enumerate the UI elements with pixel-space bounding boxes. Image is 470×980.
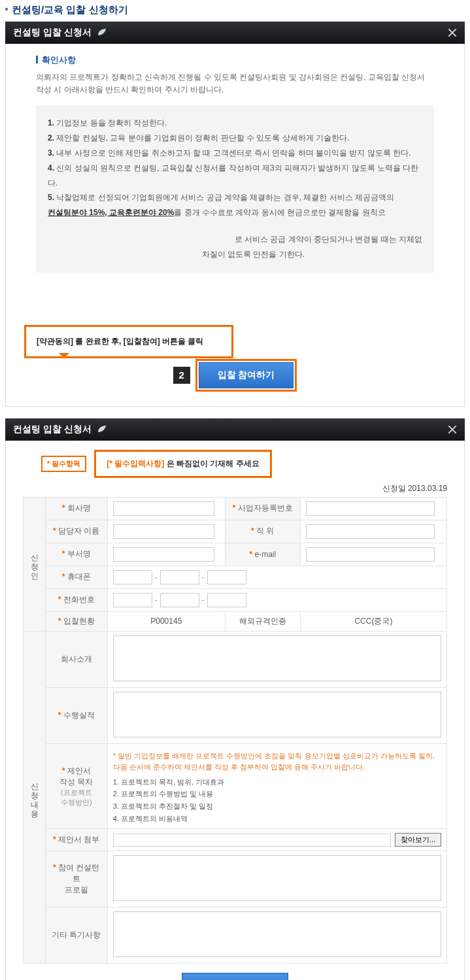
file-path-display <box>113 834 391 847</box>
callout-mid: 를 완료한 후, <box>73 337 124 346</box>
modal-title: 컨설팅 입찰 신청서 <box>13 27 92 37</box>
label-company: 회사명 <box>45 497 107 520</box>
intro-text: 의뢰자의 프로젝트가 정확하고 신속하게 진행될 수 있도록 컨설팅사회원 및 … <box>36 71 434 96</box>
req-callout-text: 은 빠짐없이 기재해 주세요 <box>164 459 259 468</box>
modal2-body: * 필수항목 [* 필수입력사항] 은 빠짐없이 기재해 주세요 신청일 201… <box>5 441 465 980</box>
rule-2: 2. 제안할 컨설팅, 교육 분야를 기업회원이 정확히 판단할 수 있도록 상… <box>48 131 422 146</box>
rule-fee: 컨설팅분야 15%, 교육훈련분야 20%를 중개 수수료로 계약과 동시에 현… <box>48 205 422 220</box>
fee-underline: 컨설팅분야 15%, 교육훈련분야 20% <box>48 208 174 217</box>
application-form-table: 신청인 회사명 사업자등록번호 담당자 이름 직 위 부서명 e-mail 휴대… <box>23 497 447 964</box>
input-manager[interactable] <box>113 524 214 539</box>
callout-bold-2: [입찰참여] <box>124 337 160 346</box>
modal-consulting-bid-confirm: 컨설팅 입찰 신청서 확인사항 의뢰자의 프로젝트가 정확하고 신속하게 진행될… <box>5 22 465 407</box>
callout-after: 버튼을 클릭 <box>160 337 204 346</box>
proposal-orange-note: * 일반 기업정보를 배제한 프로젝트 수행방안에 초점을 맞춰 응모기업별 상… <box>113 748 441 776</box>
input-position[interactable] <box>306 524 435 539</box>
badge-2: 2 <box>173 367 190 384</box>
label-etc: 기타 특기사항 <box>45 907 107 964</box>
side-content: 신청내용 <box>24 631 46 964</box>
participate-button[interactable]: 입찰 참여하기 <box>199 362 294 388</box>
label-manager: 담당자 이름 <box>45 520 107 543</box>
rule-1-text: 기업정보 등을 정확히 작성한다. <box>56 118 167 127</box>
page-title: 컨설팅/교육 입찰 신청하기 <box>5 4 128 15</box>
bid-code: P000145 <box>107 611 225 631</box>
rule-1: 1. 기업정보 등을 정확히 작성한다. <box>48 116 422 131</box>
rule-6b: 차질이 없도록 만전을 기한다. <box>48 247 422 262</box>
textarea-consultant-profile[interactable] <box>113 855 441 901</box>
close-icon[interactable] <box>448 425 457 434</box>
modal-header: 컨설팅 입찰 신청서 <box>5 22 465 44</box>
leaf-icon <box>94 27 107 37</box>
input-tel-1[interactable] <box>113 593 152 607</box>
input-email[interactable] <box>306 547 435 562</box>
list-1: 1. 프로젝트의 목적, 범위, 기대효과 <box>113 776 441 788</box>
label-proposal-attach: 제안서 첨부 <box>45 829 107 851</box>
required-tab: * 필수항목 <box>41 456 86 472</box>
rule-6a: 로 서비스 공급 계약이 중단되거나 변경될 때는 지체없 <box>48 232 422 247</box>
textarea-company-intro[interactable] <box>113 635 441 681</box>
list-2: 2. 프로젝트의 수행방법 및 내용 <box>113 788 441 800</box>
input-dept[interactable] <box>113 547 214 562</box>
required-callout: [* 필수입력사항] 은 빠짐없이 기재해 주세요 <box>94 450 271 478</box>
fee-tail: 를 중개 수수료로 계약과 동시에 현금으로만 결제함을 원칙으 <box>174 208 385 217</box>
rule-2-text: 제안할 컨설팅, 교육 분야를 기업회원이 정확히 판단할 수 있도록 상세하게… <box>56 133 349 143</box>
browse-button[interactable]: 찾아보기... <box>395 833 441 847</box>
apply-date-value: 2013.03.19 <box>408 484 447 493</box>
page-title-wrap: 컨설팅/교육 입찰 신청하기 <box>0 0 470 22</box>
input-mobile-3[interactable] <box>207 570 246 584</box>
label-proposal-toc: 제안서 작성 목차 (프로젝트 수행방안) <box>45 743 107 829</box>
modal-body: 확인사항 의뢰자의 프로젝트가 정확하고 신속하게 진행될 수 있도록 컨설팅사… <box>5 44 465 407</box>
modal-consulting-bid-form: 컨설팅 입찰 신청서 * 필수항목 [* 필수입력사항] 은 빠짐없이 기재해 … <box>5 418 465 980</box>
callout-terms-agree: [약관동의] 를 완료한 후, [입찰참여] 버튼을 클릭 <box>24 325 233 358</box>
confirm-heading: 확인사항 <box>36 54 434 66</box>
participate-row: 2 입찰 참여하기 <box>36 359 434 392</box>
callout-bold-1: [약관동의] <box>37 337 73 346</box>
bid-region: CCC(중국) <box>300 611 446 631</box>
leaf-icon <box>94 424 107 434</box>
submit-row: 컨설팅 입찰 신청 <box>23 964 447 980</box>
label-bid-status: 입찰현황 <box>45 611 107 631</box>
apply-date-label: 신청일 <box>382 484 406 493</box>
rule-3-text: 내부 사정으로 인해 제안을 취소하고자 할 때 고객센터로 즉시 연락을 하며… <box>56 148 411 158</box>
label-mobile: 휴대폰 <box>45 566 107 588</box>
input-mobile-2[interactable] <box>160 570 199 584</box>
list-4: 4. 프로젝트의 비용내역 <box>113 813 441 825</box>
rule-5: 5. 낙찰업체로 선정되어 기업회원에게 서비스 공급 계약을 체결하는 경우,… <box>48 190 422 205</box>
side-applicant: 신청인 <box>24 497 46 631</box>
proposal-num-list: 1. 프로젝트의 목적, 범위, 기대효과 2. 프로젝트의 수행방법 및 내용… <box>113 776 441 825</box>
rule-5-text: 낙찰업체로 선정되어 기업회원에게 서비스 공급 계약을 체결하는 경우, 체결… <box>56 193 394 202</box>
label-performance: 수행실적 <box>45 687 107 743</box>
label-tel: 전화번호 <box>45 588 107 611</box>
close-icon[interactable] <box>448 28 457 37</box>
label-bizno: 사업자등록번호 <box>225 497 300 520</box>
submit-button[interactable]: 컨설팅 입찰 신청 <box>182 973 289 980</box>
input-bizno[interactable] <box>306 501 435 516</box>
label-company-intro: 회사소개 <box>45 631 107 687</box>
label-email: e-mail <box>225 543 300 566</box>
input-company[interactable] <box>113 501 214 516</box>
input-tel-2[interactable] <box>160 593 199 607</box>
rule-4: 4. 신의 성실의 원칙으로 컨설팅, 교육입찰 신청서를 작성하며 제3의 피… <box>48 161 422 191</box>
textarea-performance[interactable] <box>113 692 441 737</box>
textarea-etc[interactable] <box>113 911 441 957</box>
modal2-title: 컨설팅 입찰 신청서 <box>13 424 92 434</box>
req-callout-bold: [* 필수입력사항] <box>107 459 164 468</box>
highlight-wrap: 입찰 참여하기 <box>195 359 297 392</box>
label-position: 직 위 <box>225 520 300 543</box>
modal2-header: 컨설팅 입찰 신청서 <box>5 418 465 441</box>
input-tel-3[interactable] <box>207 593 246 607</box>
rules-box: 1. 기업정보 등을 정확히 작성한다. 2. 제안할 컨설팅, 교육 분야를 … <box>36 105 434 272</box>
required-row: * 필수항목 [* 필수입력사항] 은 빠짐없이 기재해 주세요 <box>23 450 447 478</box>
apply-date: 신청일 2013.03.19 <box>23 483 447 494</box>
input-mobile-1[interactable] <box>113 570 152 584</box>
rule-3: 3. 내부 사정으로 인해 제안을 취소하고자 할 때 고객센터로 즉시 연락을… <box>48 146 422 161</box>
label-consultant-profile: 참여 컨설턴트 프로필 <box>45 851 107 907</box>
bid-cert: 해외규격인증 <box>225 611 300 631</box>
list-3: 3. 프로젝트의 추진절차 및 일정 <box>113 800 441 813</box>
label-proposal-toc-sub: (프로젝트 수행방안) <box>61 788 92 806</box>
rule-4-text: 신의 성실의 원칙으로 컨설팅, 교육입찰 신청서를 작성하며 제3의 피해자가… <box>48 163 418 188</box>
label-dept: 부서명 <box>45 543 107 566</box>
